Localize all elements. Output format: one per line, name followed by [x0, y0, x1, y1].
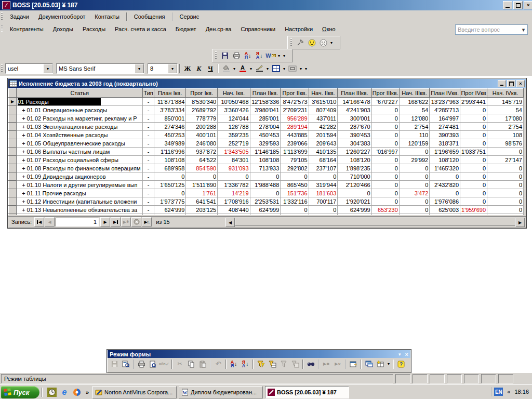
toolbar-gripper[interactable] — [1, 25, 3, 33]
cell-value[interactable]: 8'530'340 — [186, 98, 218, 106]
column-header[interactable]: План IIкв. — [250, 89, 281, 98]
sort-ascending-icon[interactable]: АЯ↓ — [243, 50, 253, 61]
row-selector[interactable] — [9, 156, 17, 164]
cell-value[interactable]: 1'973'775 — [154, 197, 186, 206]
form-close-button[interactable]: × — [516, 80, 525, 87]
cell-value[interactable]: 0 — [371, 172, 399, 181]
cell-value[interactable]: 108 — [487, 131, 524, 139]
cell-value[interactable]: 390'393 — [430, 131, 460, 139]
chevron-down-icon[interactable]: ▾ — [398, 352, 401, 357]
cell-value[interactable]: 110 — [399, 131, 430, 139]
quicklaunch-ie-icon[interactable]: e — [59, 387, 70, 397]
cell-value[interactable]: 278'004 — [250, 123, 281, 131]
goto-record-button[interactable]: ▶!. — [142, 217, 152, 227]
cell-statya[interactable]: + 01.07 Расходы социальной сферы — [17, 156, 143, 164]
sort-descending-icon[interactable]: ЯА↓ — [254, 50, 264, 61]
form-minimize-button[interactable] — [498, 80, 506, 87]
cell-value[interactable]: 10'088'489 — [250, 214, 281, 216]
cell-value[interactable]: 0 — [460, 197, 487, 206]
close-button[interactable]: × — [524, 1, 532, 9]
sort-ascending-icon[interactable]: АЯ↓ — [229, 359, 239, 369]
cell-value[interactable]: 11'192'947 — [338, 214, 371, 216]
cell-value[interactable]: 0 — [460, 139, 487, 148]
cell-value[interactable]: 349'989 — [154, 139, 186, 148]
help-icon[interactable]: ? — [396, 359, 406, 369]
menu-expenses[interactable]: Расходы — [78, 24, 110, 34]
cell-value[interactable]: 203'125 — [186, 206, 218, 214]
cell-value[interactable]: 0 — [309, 206, 338, 214]
cell-value[interactable]: 1'146'185 — [250, 148, 281, 156]
cell-value[interactable]: 0 — [399, 181, 430, 189]
cell-value[interactable]: 0 — [371, 181, 399, 189]
cell-value[interactable]: 120'159 — [399, 139, 430, 148]
cell-value[interactable]: 865'450 — [281, 181, 309, 189]
scroll-left-icon[interactable]: ◀ — [225, 218, 235, 227]
cell-value[interactable]: 0 — [487, 197, 524, 206]
cell-value[interactable]: 641'541 — [186, 197, 218, 206]
cell-value[interactable]: 300'001 — [338, 114, 371, 123]
cell-value[interactable]: 1'650'125 — [154, 181, 186, 189]
cell-value[interactable]: 42'282 — [309, 123, 338, 131]
cell-value[interactable]: 4'285'713 — [430, 106, 460, 114]
row-selector[interactable] — [9, 114, 17, 123]
cell-value[interactable]: 624'999 — [338, 206, 371, 214]
cell-value[interactable]: 0 — [186, 172, 218, 181]
column-header[interactable]: Тип — [143, 89, 154, 98]
menu-settings[interactable]: Настройки — [280, 24, 317, 34]
font-combo[interactable]: MS Sans Serif ▾ — [56, 63, 144, 74]
cell-value[interactable]: 246'080 — [186, 139, 218, 148]
cell-type[interactable]: - — [143, 131, 154, 139]
cell-value[interactable]: 713'933 — [250, 164, 281, 172]
spelling-icon[interactable]: абв✓ — [159, 359, 169, 369]
cell-value[interactable]: 408'440 — [218, 206, 250, 214]
cell-value[interactable]: 329'593 — [250, 139, 281, 148]
cell-value[interactable]: 0 — [487, 164, 524, 172]
cancel-record-icon[interactable] — [131, 217, 141, 227]
cell-type[interactable]: - — [143, 181, 154, 189]
cell-value[interactable]: 1'343'505 — [218, 148, 250, 156]
remove-filter-icon[interactable] — [290, 359, 300, 369]
cell-statya[interactable]: + 01.12 Инвестиции (капитальные вложени — [17, 197, 143, 206]
cell-value[interactable]: 0 — [371, 123, 399, 131]
chevron-down-icon[interactable]: ▾ — [282, 66, 287, 71]
cell-value[interactable]: 98'576 — [487, 139, 524, 148]
last-record-button[interactable]: ▶ — [111, 217, 121, 227]
row-selector[interactable]: ▶ — [9, 98, 17, 106]
cell-value[interactable]: 1'511'890 — [186, 181, 218, 189]
cell-statya[interactable]: + 01.01 Операционные расходы — [17, 106, 143, 114]
column-header[interactable]: Прог Iкв. — [186, 89, 218, 98]
cell-value[interactable]: 0 — [154, 189, 186, 197]
cell-value[interactable]: 2'754 — [399, 123, 430, 131]
cell-value[interactable]: 0 — [460, 189, 487, 197]
cell-value[interactable]: 0 — [371, 197, 399, 206]
column-header[interactable]: Статья — [17, 89, 143, 98]
cell-value[interactable]: 931'093 — [218, 164, 250, 172]
cell-type[interactable]: - — [143, 189, 154, 197]
cell-value[interactable]: 410'135 — [309, 148, 338, 156]
cell-value[interactable]: 304'383 — [338, 139, 371, 148]
cell-value[interactable]: 200'288 — [186, 123, 218, 131]
column-header[interactable]: Прог IIкв. — [281, 89, 309, 98]
sort-descending-icon[interactable]: ЯА↓ — [240, 359, 250, 369]
italic-button[interactable]: К — [194, 63, 204, 74]
toolbar-options-icon[interactable]: ▾ — [282, 54, 287, 58]
cell-value[interactable]: 0 — [371, 106, 399, 114]
cell-statya[interactable]: + 01.09 Дивиденды акционеров — [17, 172, 143, 181]
cell-value[interactable]: 10'050'468 — [218, 98, 250, 106]
cell-value[interactable]: 2'120'466 — [338, 181, 371, 189]
toolbar-gripper[interactable] — [215, 51, 217, 60]
cell-value[interactable]: 1'113'699 — [281, 148, 309, 156]
cell-type[interactable]: - — [143, 148, 154, 156]
column-header[interactable]: Нач. Iкв. — [218, 89, 250, 98]
cell-value[interactable]: 4'241'903 — [338, 106, 371, 114]
column-header[interactable]: Прог IVкв — [460, 89, 487, 98]
cell-value[interactable]: 0 — [371, 139, 399, 148]
copy-icon[interactable] — [186, 359, 196, 369]
row-selector[interactable] — [9, 106, 17, 114]
cell-value[interactable]: 17'080 — [487, 114, 524, 123]
cell-value[interactable]: 807'409 — [309, 106, 338, 114]
cell-value[interactable]: 29'992 — [399, 156, 430, 164]
filter-by-selection-icon[interactable] — [256, 359, 266, 369]
cell-value[interactable]: 1'708'916 — [218, 197, 250, 206]
column-header[interactable]: Нач. IIIкв. — [399, 89, 430, 98]
